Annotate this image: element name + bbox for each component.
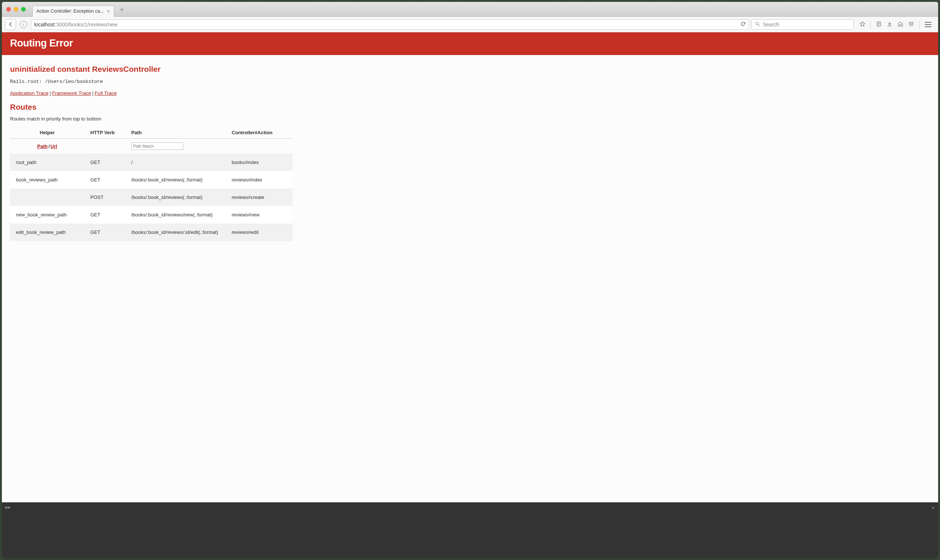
route-action: reviews#index — [226, 171, 292, 189]
path-filter-input[interactable] — [131, 142, 183, 150]
url-path: :3000/books/1/reviews/new — [55, 22, 117, 28]
route-row: edit_book_review_path GET /books/:book_i… — [10, 223, 292, 241]
error-header: Routing Error — [2, 32, 525, 55]
route-action: books#index — [226, 154, 292, 171]
col-verb: HTTP Verb — [85, 127, 125, 139]
route-verb: GET — [85, 223, 125, 241]
route-row: book_reviews_path GET /books/:book_id/re… — [10, 171, 292, 189]
route-helper: book_reviews_path — [10, 171, 85, 189]
route-path: /books/:book_id/reviews/new(.:format) — [125, 206, 226, 223]
browser-window: Action Controller: Exception ca... × + i… — [2, 2, 525, 311]
route-action: reviews#new — [226, 206, 292, 223]
route-helper: edit_book_review_path — [10, 223, 85, 241]
route-action: reviews#create — [226, 189, 292, 206]
route-action: reviews#edit — [226, 223, 292, 241]
full-trace-link[interactable]: Full Trace — [95, 90, 117, 96]
page-content: Routing Error uninitialized constant Rev… — [2, 32, 525, 311]
col-path: Path — [125, 127, 226, 139]
maximize-window-button[interactable] — [21, 7, 26, 12]
window-controls — [6, 7, 26, 12]
new-tab-button[interactable]: + — [120, 6, 124, 14]
minimize-window-button[interactable] — [14, 7, 18, 12]
route-verb: GET — [85, 154, 125, 171]
toolbar: i localhost:3000/books/1/reviews/new Sea… — [2, 17, 525, 32]
titlebar: Action Controller: Exception ca... × + — [2, 2, 525, 17]
route-row: root_path GET / books#index — [10, 154, 292, 171]
route-path: / — [125, 154, 226, 171]
helper-path-link[interactable]: Path — [37, 143, 48, 149]
framework-trace-link[interactable]: Framework Trace — [52, 90, 91, 96]
col-action: Controller#Action — [226, 127, 292, 139]
close-tab-icon[interactable]: × — [107, 8, 110, 14]
error-title: Routing Error — [10, 38, 525, 49]
routes-table: Helper HTTP Verb Path Controller#Action … — [10, 127, 292, 241]
helper-url-link[interactable]: Url — [51, 143, 57, 149]
browser-tab[interactable]: Action Controller: Exception ca... × — [32, 6, 114, 17]
route-verb: GET — [85, 206, 125, 223]
application-trace-link[interactable]: Application Trace — [10, 90, 49, 96]
error-message: uninitialized constant ReviewsController — [10, 65, 525, 74]
route-row: new_book_review_path GET /books/:book_id… — [10, 206, 292, 223]
route-helper: new_book_review_path — [10, 206, 85, 223]
url-host: localhost — [34, 22, 55, 28]
tab-title: Action Controller: Exception ca... — [37, 9, 104, 14]
route-helper: root_path — [10, 154, 85, 171]
route-helper — [10, 189, 85, 206]
close-window-button[interactable] — [6, 7, 11, 12]
url-bar[interactable]: localhost:3000/books/1/reviews/new — [31, 19, 525, 30]
col-helper: Helper — [10, 127, 85, 139]
rails-root: Rails.root: /Users/leo/bookstore — [10, 79, 525, 85]
route-path: /books/:book_id/reviews(.:format) — [125, 189, 226, 206]
route-verb: GET — [85, 171, 125, 189]
back-button[interactable] — [5, 19, 16, 30]
site-info-icon[interactable]: i — [20, 21, 27, 28]
route-row: POST /books/:book_id/reviews(.:format) r… — [10, 189, 292, 206]
route-path: /books/:book_id/reviews(.:format) — [125, 171, 226, 189]
routes-heading: Routes — [10, 103, 525, 112]
arrow-left-icon — [8, 22, 13, 27]
route-path: /books/:book_id/reviews/:id/edit(.:forma… — [125, 223, 226, 241]
route-verb: POST — [85, 189, 125, 206]
trace-links: Application Trace|Framework Trace|Full T… — [10, 90, 525, 96]
routes-description: Routes match in priority from top to bot… — [10, 116, 525, 122]
helper-toggle: Path/Url — [10, 139, 85, 154]
